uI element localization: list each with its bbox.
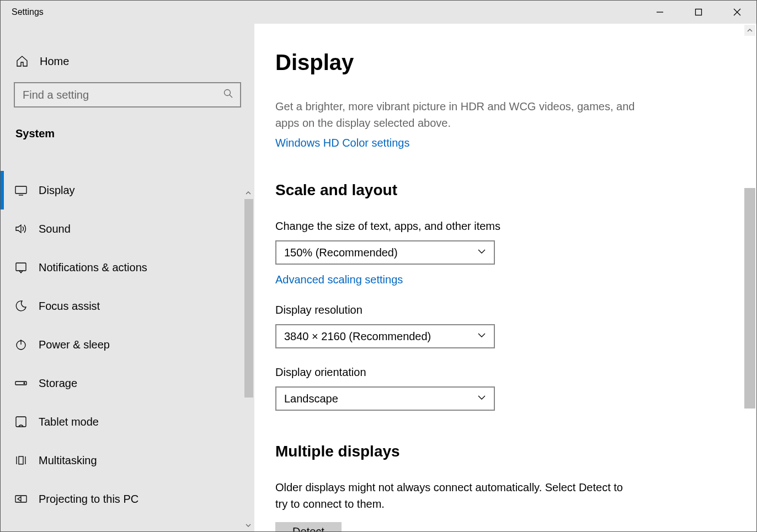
titlebar: Settings: [1, 1, 756, 24]
svg-rect-8: [16, 263, 26, 271]
advanced-scaling-link[interactable]: Advanced scaling settings: [275, 273, 403, 286]
sidebar: Home System Display Sound Notifications …: [1, 24, 254, 531]
resolution-label: Display resolution: [275, 304, 756, 316]
tablet-icon: [14, 415, 28, 428]
orientation-dropdown[interactable]: Landscape: [275, 386, 495, 411]
hd-color-settings-link[interactable]: Windows HD Color settings: [275, 137, 409, 149]
maximize-button[interactable]: [679, 1, 718, 24]
svg-rect-1: [696, 9, 702, 15]
sidebar-item-label: Sound: [39, 223, 71, 235]
resolution-dropdown[interactable]: 3840 × 2160 (Recommended): [275, 324, 495, 348]
sidebar-item-focus-assist[interactable]: Focus assist: [1, 287, 254, 325]
multitasking-icon: [14, 454, 28, 467]
storage-icon: [14, 377, 28, 390]
svg-rect-15: [19, 456, 23, 464]
main-scrollbar-thumb[interactable]: [744, 188, 755, 409]
window-controls: [641, 1, 756, 24]
detect-button[interactable]: Detect: [275, 522, 342, 531]
projecting-icon: [14, 492, 28, 506]
svg-point-4: [225, 90, 231, 96]
chevron-down-icon: [477, 393, 486, 404]
svg-point-12: [24, 383, 25, 384]
orientation-value: Landscape: [284, 393, 338, 405]
home-nav[interactable]: Home: [1, 45, 254, 79]
orientation-label: Display orientation: [275, 366, 756, 379]
sidebar-item-label: Multitasking: [39, 454, 97, 467]
sidebar-item-tablet-mode[interactable]: Tablet mode: [1, 402, 254, 441]
svg-line-5: [230, 95, 232, 98]
scale-layout-heading: Scale and layout: [275, 181, 756, 199]
power-icon: [14, 338, 28, 351]
sidebar-item-label: Display: [39, 184, 75, 197]
display-icon: [14, 184, 28, 197]
sidebar-item-label: Power & sleep: [39, 338, 110, 351]
svg-rect-6: [15, 186, 26, 194]
search-input[interactable]: [23, 89, 223, 101]
sidebar-item-label: Focus assist: [39, 300, 100, 313]
page-title: Display: [275, 50, 756, 75]
chevron-down-icon: [477, 247, 486, 258]
sidebar-item-multitasking[interactable]: Multitasking: [1, 441, 254, 480]
sidebar-item-projecting[interactable]: Projecting to this PC: [1, 480, 254, 518]
close-button[interactable]: [718, 1, 756, 24]
hdr-description: Get a brighter, more vibrant picture in …: [275, 98, 651, 131]
sidebar-item-label: Storage: [39, 377, 77, 390]
window-title: Settings: [12, 7, 44, 17]
sidebar-item-label: Notifications & actions: [39, 261, 147, 274]
multiple-displays-heading: Multiple displays: [275, 443, 756, 460]
search-icon: [223, 89, 233, 101]
section-label: System: [15, 127, 254, 140]
scale-dropdown[interactable]: 150% (Recommended): [275, 240, 495, 265]
sidebar-item-label: Tablet mode: [39, 416, 99, 428]
sidebar-item-power-sleep[interactable]: Power & sleep: [1, 325, 254, 364]
chevron-down-icon: [477, 331, 486, 342]
search-box[interactable]: [14, 82, 241, 108]
sidebar-item-sound[interactable]: Sound: [1, 209, 254, 248]
sidebar-item-display[interactable]: Display: [1, 171, 254, 209]
home-icon: [15, 55, 29, 68]
main-content: Display Get a brighter, more vibrant pic…: [254, 24, 756, 531]
minimize-button[interactable]: [641, 1, 679, 24]
sidebar-item-label: Projecting to this PC: [39, 493, 138, 506]
scale-value: 150% (Recommended): [284, 246, 398, 259]
moon-icon: [14, 299, 28, 313]
sidebar-scroll-down[interactable]: [243, 520, 253, 530]
scale-label: Change the size of text, apps, and other…: [275, 220, 756, 233]
multiple-displays-description: Older displays might not always connect …: [275, 479, 628, 512]
sidebar-item-notifications[interactable]: Notifications & actions: [1, 248, 254, 287]
sidebar-item-storage[interactable]: Storage: [1, 364, 254, 402]
home-label: Home: [40, 55, 69, 68]
main-scroll-up[interactable]: [744, 25, 755, 36]
notifications-icon: [14, 261, 28, 274]
sound-icon: [14, 222, 28, 235]
resolution-value: 3840 × 2160 (Recommended): [284, 330, 431, 343]
